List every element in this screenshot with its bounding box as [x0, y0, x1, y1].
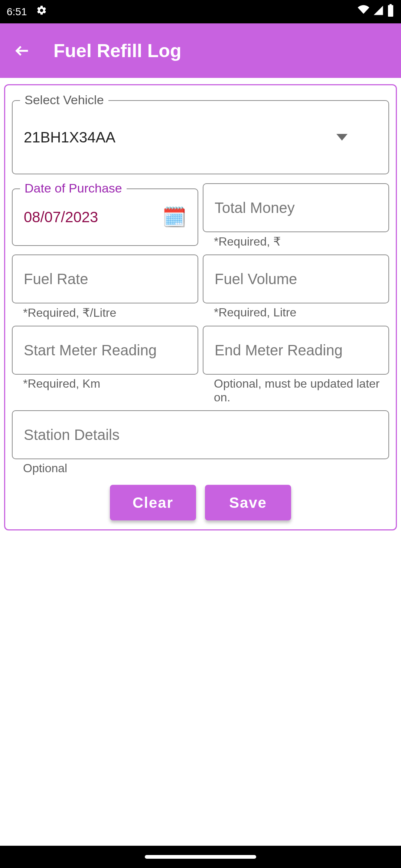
date-field: Date of Purchase 08/07/2023 🗓️: [12, 188, 198, 246]
fuel-rate-input[interactable]: Fuel Rate: [12, 254, 198, 303]
nav-home-pill[interactable]: [145, 855, 256, 859]
back-button[interactable]: [11, 40, 33, 62]
cell-icon: [373, 5, 384, 19]
fuel-volume-helper: *Required, Litre: [214, 306, 389, 319]
start-meter-placeholder: Start Meter Reading: [24, 342, 157, 359]
start-meter-helper: *Required, Km: [23, 377, 198, 391]
dropdown-caret-icon: [336, 134, 348, 141]
button-row: Clear Save: [12, 485, 389, 520]
end-meter-helper: Optional, must be updated later on.: [214, 377, 389, 404]
settings-icon: [36, 5, 47, 19]
fuel-volume-input[interactable]: Fuel Volume: [203, 254, 389, 303]
date-label: Date of Purchase: [20, 181, 127, 195]
status-bar: 6:51: [0, 0, 401, 23]
form-card: Select Vehicle 21BH1X34AA Date of Purcha…: [4, 84, 397, 530]
fuel-rate-helper: *Required, ₹/Litre: [23, 306, 198, 320]
start-meter-input[interactable]: Start Meter Reading: [12, 326, 198, 375]
date-input[interactable]: 08/07/2023 🗓️: [12, 188, 198, 246]
app-bar: Fuel Refill Log: [0, 23, 401, 78]
station-details-placeholder: Station Details: [24, 427, 120, 443]
page-title: Fuel Refill Log: [53, 40, 181, 62]
back-arrow-icon: [14, 42, 31, 59]
total-money-placeholder: Total Money: [215, 200, 295, 216]
fuel-rate-placeholder: Fuel Rate: [24, 271, 88, 287]
status-time: 6:51: [7, 6, 27, 18]
vehicle-select[interactable]: 21BH1X34AA: [12, 100, 389, 174]
system-nav-bar: [0, 846, 401, 868]
calendar-icon: 🗓️: [162, 206, 186, 228]
station-details-helper: Optional: [23, 461, 389, 475]
end-meter-placeholder: End Meter Reading: [215, 342, 343, 359]
total-money-input[interactable]: Total Money: [203, 183, 389, 232]
clear-button[interactable]: Clear: [110, 485, 196, 520]
vehicle-field: Select Vehicle 21BH1X34AA: [12, 100, 389, 174]
vehicle-label: Select Vehicle: [20, 93, 108, 107]
battery-icon: [387, 4, 394, 19]
date-value: 08/07/2023: [24, 209, 98, 226]
save-button[interactable]: Save: [205, 485, 291, 520]
vehicle-value: 21BH1X34AA: [24, 129, 115, 146]
fuel-volume-placeholder: Fuel Volume: [215, 271, 297, 287]
total-money-helper: *Required, ₹: [214, 234, 389, 249]
station-details-input[interactable]: Station Details: [12, 410, 389, 459]
wifi-icon: [357, 4, 370, 19]
end-meter-input[interactable]: End Meter Reading: [203, 326, 389, 375]
